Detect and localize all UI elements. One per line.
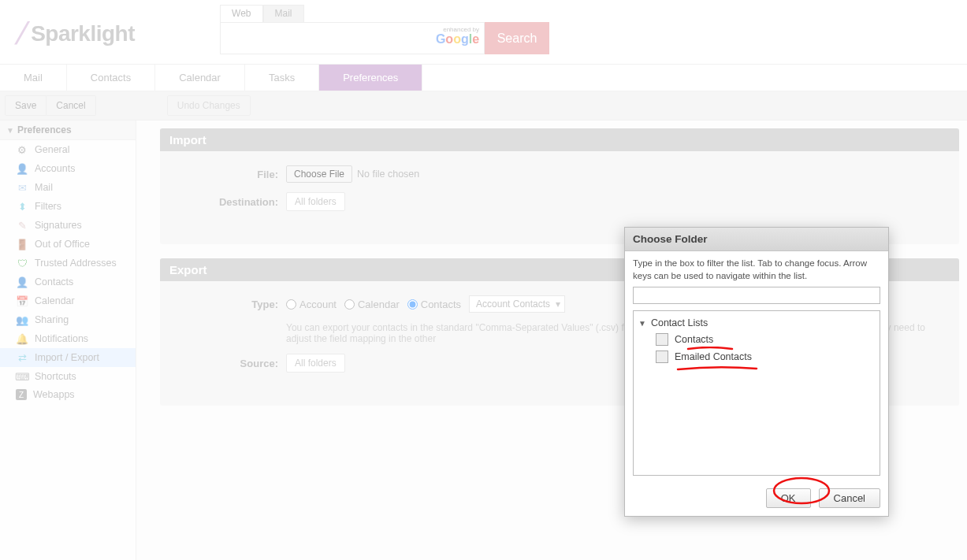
signature-icon: ✎ xyxy=(16,219,28,232)
sidebar-item-label: Trusted Addresses xyxy=(35,258,117,269)
chevron-down-icon: ▼ xyxy=(6,126,14,135)
door-icon: 🚪 xyxy=(16,238,28,250)
tree-root-contact-lists[interactable]: ▼ Contact Lists xyxy=(638,317,875,328)
sidebar-item-label: Import / Export xyxy=(35,352,99,363)
dialog-footer: OK Cancel xyxy=(625,480,888,516)
preferences-sidebar: ▼ Preferences ⚙General 👤Accounts ✉Mail ⬍… xyxy=(0,121,136,560)
dialog-hint: Type in the box to filter the list. Tab … xyxy=(633,258,880,282)
destination-label: Destination: xyxy=(176,196,278,208)
cancel-button[interactable]: Cancel xyxy=(46,95,95,116)
radio-label: Contacts xyxy=(421,299,461,310)
dialog-title: Choose Folder xyxy=(625,228,888,251)
tab-contacts[interactable]: Contacts xyxy=(67,65,155,91)
shield-icon: 🛡 xyxy=(16,257,28,269)
source-button[interactable]: All folders xyxy=(286,354,345,373)
action-toolbar: Save Cancel Undo Changes xyxy=(0,91,967,121)
radio-label: Calendar xyxy=(358,299,400,310)
tree-root-label: Contact Lists xyxy=(651,317,708,328)
top-bar: / Sparklight Web Mail enhanced by Google… xyxy=(0,0,967,65)
sidebar-item-import-export[interactable]: ⇄Import / Export xyxy=(0,348,136,367)
google-badge: enhanced by Google xyxy=(436,27,479,46)
logo-slash-icon: / xyxy=(16,16,28,51)
file-label: File: xyxy=(176,169,278,180)
tab-preferences[interactable]: Preferences xyxy=(319,65,422,91)
sidebar-item-shortcuts[interactable]: ⌨Shortcuts xyxy=(0,367,136,386)
search-area: Web Mail enhanced by Google Search xyxy=(220,5,549,54)
undo-changes-button[interactable]: Undo Changes xyxy=(167,95,251,116)
logo-text: Sparklight xyxy=(31,21,135,46)
svg-point-0 xyxy=(774,478,829,503)
tab-mail[interactable]: Mail xyxy=(0,65,67,91)
sidebar-item-label: Out of Office xyxy=(35,239,90,250)
sidebar-item-label: Signatures xyxy=(35,220,82,231)
tree-item-label: Emailed Contacts xyxy=(675,351,752,362)
destination-button[interactable]: All folders xyxy=(286,192,345,211)
sidebar-item-general[interactable]: ⚙General xyxy=(0,140,136,159)
tree-item-emailed-contacts[interactable]: Emailed Contacts xyxy=(656,350,875,363)
sidebar-item-label: Contacts xyxy=(35,276,73,287)
folder-filter-input[interactable] xyxy=(633,287,880,304)
tab-tasks[interactable]: Tasks xyxy=(245,65,319,91)
search-tab-mail[interactable]: Mail xyxy=(263,5,304,22)
radio-account[interactable]: Account xyxy=(286,299,337,310)
filter-icon: ⬍ xyxy=(16,200,28,213)
search-button[interactable]: Search xyxy=(485,22,549,54)
sidebar-item-signatures[interactable]: ✎Signatures xyxy=(0,216,136,235)
bell-icon: 🔔 xyxy=(16,332,28,345)
contact-folder-icon xyxy=(656,350,668,363)
choose-folder-dialog: Choose Folder Type in the box to filter … xyxy=(624,227,889,517)
sidebar-item-contacts[interactable]: 👤Contacts xyxy=(0,273,136,291)
tree-item-contacts[interactable]: Contacts xyxy=(656,333,875,346)
save-button[interactable]: Save xyxy=(5,95,46,116)
sidebar-item-label: Mail xyxy=(35,182,53,193)
main-nav: Mail Contacts Calendar Tasks Preferences xyxy=(0,65,967,91)
search-tab-web[interactable]: Web xyxy=(220,5,262,22)
sidebar-item-calendar[interactable]: 📅Calendar xyxy=(0,291,136,310)
folder-tree: ▼ Contact Lists Contacts Emailed Contact… xyxy=(633,310,880,476)
keyboard-icon: ⌨ xyxy=(16,370,28,383)
sidebar-header[interactable]: ▼ Preferences xyxy=(0,121,136,140)
sidebar-item-label: Shortcuts xyxy=(35,371,76,382)
sidebar-item-label: Notifications xyxy=(35,333,88,344)
google-logo-icon: Google xyxy=(436,33,479,46)
sidebar-item-label: General xyxy=(35,144,69,155)
source-label: Source: xyxy=(176,358,278,369)
contacts-icon: 👤 xyxy=(16,276,28,288)
radio-calendar[interactable]: Calendar xyxy=(344,299,400,310)
choose-file-button[interactable]: Choose File xyxy=(286,165,352,183)
tab-calendar[interactable]: Calendar xyxy=(155,65,245,91)
sidebar-item-label: Calendar xyxy=(35,295,75,306)
mail-icon: ✉ xyxy=(16,181,28,194)
sidebar-item-label: Sharing xyxy=(35,314,69,325)
search-input[interactable]: enhanced by Google xyxy=(220,22,485,54)
annotation-circle-icon xyxy=(771,476,832,506)
tree-item-label: Contacts xyxy=(675,334,713,345)
logo: / Sparklight xyxy=(17,16,135,51)
type-label: Type: xyxy=(176,299,278,310)
sidebar-item-out-of-office[interactable]: 🚪Out of Office xyxy=(0,235,136,254)
sidebar-item-trusted-addresses[interactable]: 🛡Trusted Addresses xyxy=(0,254,136,273)
share-icon: 👥 xyxy=(16,313,28,326)
sidebar-item-label: Accounts xyxy=(35,163,75,174)
contact-folder-icon xyxy=(656,333,668,346)
sidebar-item-label: Filters xyxy=(35,201,61,212)
sidebar-item-label: Webapps xyxy=(33,389,75,400)
chevron-down-icon: ▼ xyxy=(638,319,646,328)
contacts-type-select[interactable]: Account Contacts xyxy=(469,295,565,313)
user-icon: 👤 xyxy=(16,162,28,175)
sidebar-header-label: Preferences xyxy=(17,124,72,135)
sidebar-item-notifications[interactable]: 🔔Notifications xyxy=(0,329,136,348)
radio-label: Account xyxy=(299,299,337,310)
annotation-underline-icon xyxy=(676,365,758,373)
sidebar-item-filters[interactable]: ⬍Filters xyxy=(0,197,136,216)
calendar-icon: 📅 xyxy=(16,295,28,307)
import-export-icon: ⇄ xyxy=(16,351,28,364)
sidebar-item-sharing[interactable]: 👥Sharing xyxy=(0,310,136,329)
file-status: No file chosen xyxy=(357,169,419,180)
sidebar-item-mail[interactable]: ✉Mail xyxy=(0,178,136,197)
app-icon: Z xyxy=(16,389,27,400)
sidebar-item-accounts[interactable]: 👤Accounts xyxy=(0,159,136,178)
import-panel-header: Import xyxy=(160,128,959,151)
radio-contacts[interactable]: Contacts xyxy=(407,299,461,310)
sidebar-item-webapps[interactable]: ZWebapps xyxy=(0,386,136,403)
